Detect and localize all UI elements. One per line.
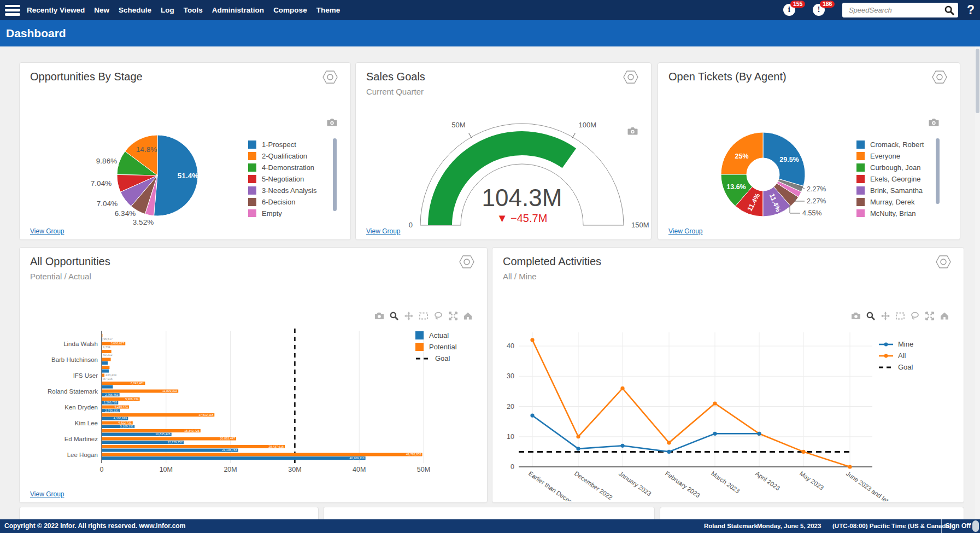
svg-text:433,439: 433,439 — [105, 373, 116, 377]
view-group-link[interactable]: View Group — [366, 227, 400, 235]
bar-legend: ActualPotentialGoal — [415, 330, 481, 368]
nav-item-schedule[interactable]: Schedule — [119, 6, 151, 14]
bar-actual — [102, 370, 109, 373]
help-icon[interactable]: ? — [967, 3, 975, 17]
main-menu: Recently ViewedNewScheduleLogToolsAdmini… — [27, 6, 340, 14]
bar-potential — [102, 445, 285, 448]
card-open-tickets: Open Tickets (By Agent) 29.5%25%13.6%11.… — [658, 62, 960, 240]
nav-item-recently-viewed[interactable]: Recently Viewed — [27, 6, 85, 14]
line-legend: MineAllGoal — [878, 338, 944, 377]
bar-actual — [102, 377, 102, 380]
svg-text:2,796,331: 2,796,331 — [105, 409, 119, 412]
svg-text:50M: 50M — [451, 121, 465, 129]
legend-item[interactable]: Empty — [248, 208, 331, 217]
legend-item[interactable]: Goal — [415, 353, 481, 364]
view-group-link[interactable]: View Group — [30, 490, 64, 498]
legend-item[interactable]: 3-Needs Analysis — [248, 185, 331, 196]
series-mine — [532, 415, 759, 452]
bar-category-label: Roland Statemark — [48, 388, 98, 395]
svg-text:20: 20 — [507, 403, 514, 411]
nav-item-tools[interactable]: Tools — [184, 6, 203, 14]
bar-category-label: Ken Dryden — [64, 404, 98, 411]
svg-text:10M: 10M — [160, 466, 173, 473]
legend-item[interactable]: Cromack, Robert — [856, 139, 932, 150]
bar-potential — [102, 374, 104, 377]
legend-item[interactable]: 6-Decision — [248, 196, 331, 208]
legend-item[interactable]: Everyone — [856, 150, 932, 162]
svg-text:150M: 150M — [631, 221, 649, 229]
legend-item[interactable]: All — [878, 350, 944, 361]
svg-text:2,766,463: 2,766,463 — [105, 393, 118, 396]
legend-label: Potential — [429, 343, 457, 351]
legend-item[interactable]: Mine — [878, 338, 944, 350]
bar-actual — [102, 338, 102, 341]
bar-category-label: Barb Hutchinson — [51, 356, 98, 363]
legend-item[interactable]: 2-Qualification — [248, 150, 331, 162]
bar-potential — [102, 358, 111, 361]
legend-item[interactable]: 1-Prospect — [248, 139, 331, 150]
svg-text:6.34%: 6.34% — [115, 209, 136, 218]
nav-item-theme[interactable]: Theme — [316, 6, 341, 14]
nav-item-log[interactable]: Log — [161, 6, 174, 14]
info-badge: 155 — [790, 1, 806, 8]
svg-text:51.4%: 51.4% — [178, 172, 198, 180]
svg-text:4,100,999: 4,100,999 — [114, 417, 127, 420]
svg-text:5,906,234: 5,906,234 — [125, 397, 138, 401]
legend-label: McNulty, Brian — [870, 209, 916, 217]
legend-item[interactable]: Potential — [415, 341, 481, 353]
legend-item[interactable]: McNulty, Brian — [856, 208, 932, 217]
view-group-link[interactable]: View Group — [668, 227, 702, 235]
svg-text:28,437,616: 28,437,616 — [268, 445, 284, 448]
svg-text:0: 0 — [100, 466, 104, 473]
page-scrollbar-thumb[interactable] — [976, 49, 979, 113]
svg-text:12,729,752: 12,729,752 — [167, 441, 183, 444]
bar-actual — [102, 345, 102, 349]
bar-category-label: IFS User — [73, 372, 98, 379]
pie-legend: 1-Prospect2-Qualification4-Demonstration… — [248, 139, 331, 217]
footer-user: Roland Statemark — [704, 519, 758, 533]
page-scrollbar[interactable] — [975, 46, 980, 519]
legend-item[interactable]: 5-Negotiation — [248, 173, 331, 185]
bar-category-label: Ed Martinez — [64, 436, 98, 442]
nav-item-administration[interactable]: Administration — [212, 6, 264, 14]
nav-item-new[interactable]: New — [94, 6, 109, 14]
speedsearch-box[interactable] — [842, 3, 958, 17]
scrollbar-corner[interactable] — [972, 520, 979, 532]
legend-item[interactable]: Goal — [878, 361, 944, 373]
legend-scrollbar[interactable] — [333, 138, 337, 211]
x-axis-label: January 2023 — [618, 470, 653, 497]
legend-label: Cromack, Robert — [870, 140, 924, 149]
bar-category-label: Linda Walsh — [63, 341, 98, 347]
svg-text:2.27%: 2.27% — [807, 185, 826, 193]
svg-text:25%: 25% — [735, 153, 748, 160]
sign-off-button[interactable]: Sign Off — [943, 519, 973, 533]
x-axis-label: April 2023 — [754, 470, 781, 492]
bar-potential — [102, 453, 422, 456]
menu-icon[interactable] — [5, 5, 20, 16]
svg-text:3,666,627: 3,666,627 — [111, 342, 124, 345]
legend-item[interactable]: Curbough, Joan — [856, 162, 932, 173]
svg-text:21,196,783: 21,196,783 — [222, 448, 237, 452]
bar-actual — [102, 456, 366, 460]
card-sales-goals: Sales Goals Current Quarter 050M100M150M… — [355, 62, 652, 240]
svg-text:100M: 100M — [579, 121, 597, 129]
svg-text:20M: 20M — [224, 466, 237, 473]
speedsearch-input[interactable] — [848, 5, 944, 15]
info-icon[interactable]: i 155 — [783, 4, 796, 17]
legend-item[interactable]: Actual — [415, 330, 481, 341]
alerts-icon[interactable]: ! 186 — [813, 4, 826, 17]
svg-text:14.8%: 14.8% — [136, 145, 157, 154]
legend-item[interactable]: Murray, Derek — [856, 196, 932, 208]
view-group-link[interactable]: View Group — [30, 227, 64, 235]
nav-item-compose[interactable]: Compose — [273, 6, 307, 14]
search-icon[interactable] — [944, 5, 955, 16]
legend-item[interactable]: Brink, Samantha — [856, 185, 932, 196]
legend-scrollbar[interactable] — [936, 138, 940, 204]
svg-text:30M: 30M — [288, 466, 301, 473]
gauge-value-arc — [428, 131, 576, 225]
legend-item[interactable]: 4-Demonstration — [248, 162, 331, 173]
legend-item[interactable]: Ekels, Georgine — [856, 173, 932, 185]
svg-text:0: 0 — [409, 221, 413, 229]
bar-potential — [102, 334, 102, 337]
x-axis-label: Earlier than December 2022 — [527, 470, 596, 501]
